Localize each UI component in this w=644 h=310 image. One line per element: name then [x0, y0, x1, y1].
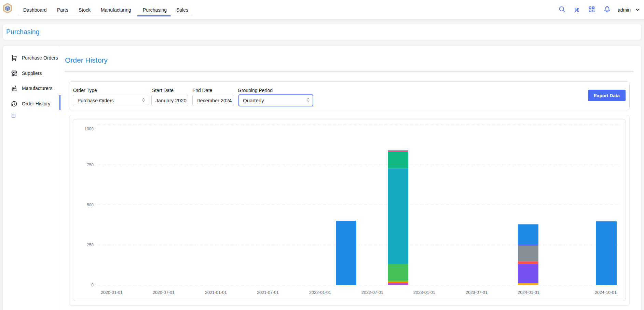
svg-text:500: 500 [87, 203, 94, 207]
svg-text:2022-07-01: 2022-07-01 [361, 290, 383, 295]
svg-text:250: 250 [87, 243, 94, 247]
svg-text:1000: 1000 [84, 127, 94, 131]
svg-text:2020-01-01: 2020-01-01 [101, 290, 123, 295]
svg-text:2021-07-01: 2021-07-01 [257, 290, 279, 295]
svg-text:2024-01-01: 2024-01-01 [518, 290, 539, 295]
svg-text:750: 750 [87, 163, 94, 167]
svg-text:0: 0 [91, 283, 94, 287]
svg-text:2024-10-01: 2024-10-01 [595, 290, 617, 295]
svg-text:2021-01-01: 2021-01-01 [205, 290, 227, 295]
svg-text:2020-07-01: 2020-07-01 [153, 290, 175, 295]
svg-text:2023-01-01: 2023-01-01 [413, 290, 435, 295]
svg-text:2022-01-01: 2022-01-01 [309, 290, 331, 295]
svg-text:2023-07-01: 2023-07-01 [466, 290, 488, 295]
